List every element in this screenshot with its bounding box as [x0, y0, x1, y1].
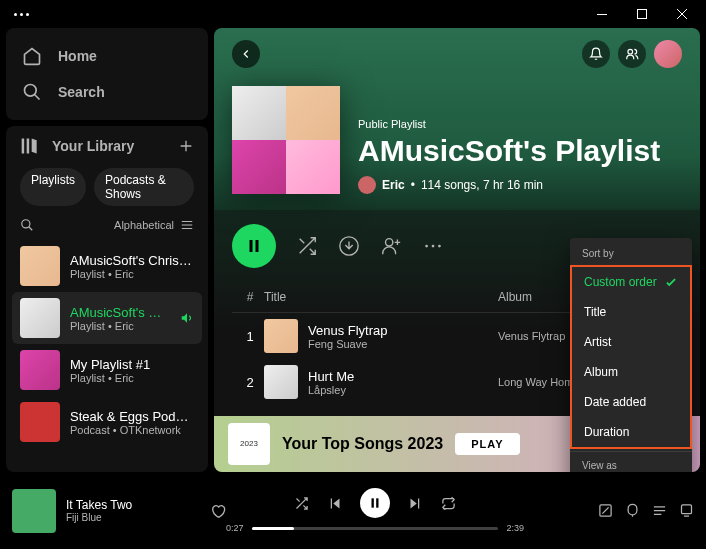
library-item[interactable]: My Playlist #1Playlist • Eric: [12, 344, 202, 396]
close-button[interactable]: [662, 0, 702, 28]
queue-icon[interactable]: [652, 503, 667, 518]
library-item-name: My Playlist #1: [70, 357, 194, 372]
friends-button[interactable]: [618, 40, 646, 68]
svg-rect-18: [376, 498, 378, 507]
play-pause-button[interactable]: [360, 488, 390, 518]
track-art: [264, 365, 298, 399]
previous-button[interactable]: [327, 496, 342, 511]
speaker-icon: [180, 311, 194, 325]
svg-rect-17: [372, 498, 374, 507]
minimize-button[interactable]: [582, 0, 622, 28]
shuffle-icon[interactable]: [296, 235, 318, 257]
playlist-type-label: Public Playlist: [358, 118, 682, 130]
back-button[interactable]: [232, 40, 260, 68]
total-time: 2:39: [506, 523, 524, 533]
playlist-art: [20, 246, 60, 286]
search-icon: [22, 82, 42, 102]
library-sort-button[interactable]: Alphabetical: [114, 218, 194, 232]
user-avatar[interactable]: [654, 40, 682, 68]
maximize-button[interactable]: [622, 0, 662, 28]
track-number: 2: [236, 375, 264, 390]
library-item-sub: Playlist • Eric: [70, 372, 194, 384]
devices-icon[interactable]: [679, 503, 694, 518]
download-icon[interactable]: [338, 235, 360, 257]
library-search-icon[interactable]: [20, 218, 34, 232]
svg-rect-7: [250, 240, 253, 252]
track-artist[interactable]: Låpsley: [308, 384, 354, 396]
now-playing-title[interactable]: It Takes Two: [66, 498, 200, 512]
owner-avatar: [358, 176, 376, 194]
playlist-meta: Eric • 114 songs, 7 hr 16 min: [358, 176, 682, 194]
titlebar: [0, 0, 706, 28]
sort-option-artist[interactable]: Artist: [572, 327, 690, 357]
playlist-stats: 114 songs, 7 hr 16 min: [421, 178, 543, 192]
next-button[interactable]: [408, 496, 423, 511]
playlist-art: [20, 350, 60, 390]
banner-play-button[interactable]: PLAY: [455, 433, 519, 455]
people-icon: [625, 47, 639, 61]
repeat-button[interactable]: [441, 496, 456, 511]
sort-option-album[interactable]: Album: [572, 357, 690, 387]
like-icon[interactable]: [210, 503, 226, 519]
column-title[interactable]: Title: [264, 290, 498, 304]
now-playing-view-icon[interactable]: [598, 503, 613, 518]
pause-icon: [245, 237, 263, 255]
svg-point-12: [432, 245, 435, 248]
shuffle-button[interactable]: [294, 496, 309, 511]
svg-rect-1: [638, 10, 647, 19]
svg-point-11: [425, 245, 428, 248]
library-item[interactable]: Steak & Eggs PodcastPodcast • OTKnetwork: [12, 396, 202, 448]
nav-search-label: Search: [58, 84, 105, 100]
svg-rect-4: [27, 139, 30, 154]
pause-icon: [368, 496, 382, 510]
check-icon: [664, 275, 678, 289]
sort-option-custom[interactable]: Custom order: [572, 267, 690, 297]
add-icon[interactable]: [178, 138, 194, 154]
nav-home[interactable]: Home: [20, 38, 194, 74]
view-as-header: View as: [570, 454, 692, 472]
chip-playlists[interactable]: Playlists: [20, 168, 86, 206]
library-item[interactable]: AMusicSoft's Christmas...Playlist • Eric: [12, 240, 202, 292]
podcast-art: [20, 402, 60, 442]
library-icon: [20, 136, 40, 156]
sort-option-duration[interactable]: Duration: [572, 417, 690, 447]
more-icon[interactable]: [422, 235, 444, 257]
svg-rect-20: [682, 505, 692, 514]
now-playing-artist[interactable]: Fiji Blue: [66, 512, 200, 523]
track-number: 1: [236, 329, 264, 344]
column-number: #: [236, 290, 264, 304]
library-item-sub: Playlist • Eric: [70, 268, 194, 280]
library-sort-label: Alphabetical: [114, 219, 174, 231]
bell-icon: [589, 47, 603, 61]
library-toggle[interactable]: Your Library: [20, 136, 134, 156]
svg-rect-0: [597, 14, 607, 15]
library-item[interactable]: AMusicSoft's Play...Playlist • Eric: [12, 292, 202, 344]
notifications-button[interactable]: [582, 40, 610, 68]
now-playing-art[interactable]: [12, 489, 56, 533]
library-item-name: AMusicSoft's Christmas...: [70, 253, 194, 268]
playlist-title: AMusicSoft's Playlist: [358, 134, 682, 168]
svg-rect-8: [256, 240, 259, 252]
svg-point-10: [386, 239, 393, 246]
svg-rect-3: [22, 139, 25, 154]
lyrics-icon[interactable]: [625, 503, 640, 518]
nav-search[interactable]: Search: [20, 74, 194, 110]
svg-point-6: [628, 49, 633, 54]
track-name: Venus Flytrap: [308, 323, 388, 338]
home-icon: [22, 46, 42, 66]
progress-slider[interactable]: [252, 527, 499, 530]
sort-option-title[interactable]: Title: [572, 297, 690, 327]
track-artist[interactable]: Feng Suave: [308, 338, 388, 350]
svg-point-5: [22, 220, 30, 228]
track-name: Hurt Me: [308, 369, 354, 384]
library-item-name: AMusicSoft's Play...: [70, 305, 170, 320]
app-menu-icon[interactable]: [4, 13, 29, 16]
sort-option-date[interactable]: Date added: [572, 387, 690, 417]
invite-icon[interactable]: [380, 235, 402, 257]
chevron-left-icon: [239, 47, 253, 61]
play-button[interactable]: [232, 224, 276, 268]
playlist-art: [20, 298, 60, 338]
owner-name[interactable]: Eric: [382, 178, 405, 192]
track-art: [264, 319, 298, 353]
chip-podcasts[interactable]: Podcasts & Shows: [94, 168, 194, 206]
